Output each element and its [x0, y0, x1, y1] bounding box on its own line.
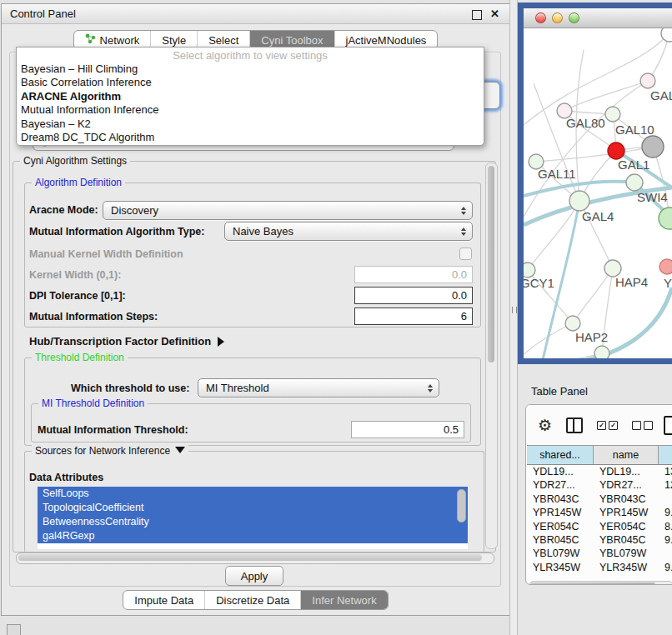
mi-threshold-label: Mutual Information Threshold:: [38, 424, 188, 436]
mi-threshold-field[interactable]: 0.5: [351, 421, 464, 438]
manual-kernel-checkbox[interactable]: [459, 248, 472, 260]
table-cell: YBR045C: [594, 533, 659, 547]
which-threshold-value: MI Threshold: [206, 382, 269, 394]
close-icon[interactable]: ✕: [490, 8, 499, 20]
apply-button[interactable]: Apply: [225, 566, 283, 586]
splitter-handle[interactable]: [512, 307, 517, 313]
settings-horizontal-scrollbar[interactable]: [16, 552, 494, 564]
algorithm-option-mutual-information-inference[interactable]: Mutual Information Inference: [17, 103, 484, 117]
table-row[interactable]: YDL19...YDL19...13: [527, 465, 672, 478]
combo-arrows-icon: [428, 384, 433, 392]
tab-jactivemnodules-label: jActiveMNodules: [346, 34, 427, 47]
close-traffic-light-icon[interactable]: [535, 12, 546, 23]
attribute-item-betweennesscentrality[interactable]: BetweennessCentrality: [38, 515, 468, 529]
document-icon[interactable]: [664, 416, 672, 435]
table-cell: 8.: [659, 520, 672, 533]
network-node-gal1[interactable]: [608, 142, 624, 159]
mi-steps-field[interactable]: 6: [354, 308, 473, 325]
network-node-gal4[interactable]: [569, 191, 589, 211]
mi-type-combo[interactable]: Naive Bayes: [224, 222, 473, 241]
tab-infer-network[interactable]: Infer Network: [300, 591, 387, 609]
mi-steps-value: 6: [461, 310, 467, 322]
cyni-bottom-tabbar: Impute DataDiscretize DataInfer Network: [2, 590, 509, 610]
table-row[interactable]: YBL079WYBL079W: [527, 547, 672, 560]
network-window-titlebar[interactable]: [524, 8, 672, 28]
algorithm-popup-placeholder: Select algorithm to view settings: [17, 49, 484, 62]
network-node[interactable]: [594, 346, 609, 358]
algorithm-dropdown-popup: Select algorithm to view settings Bayesi…: [16, 47, 484, 146]
panel-divider[interactable]: [509, 0, 518, 635]
float-window-icon[interactable]: [472, 10, 482, 20]
tab-discretize-data[interactable]: Discretize Data: [204, 591, 300, 609]
gear-icon[interactable]: ⚙: [538, 418, 552, 433]
which-threshold-combo[interactable]: MI Threshold: [198, 378, 439, 398]
column-header-col2[interactable]: [659, 446, 672, 464]
algorithm-option-dream8-dc-tdc-algorithm[interactable]: Dream8 DC_TDC Algorithm: [17, 131, 484, 144]
hub-tf-definition-label: Hub/Transcription Factor Definition: [29, 335, 211, 348]
aracne-mode-value: Discovery: [111, 204, 158, 217]
algorithm-option-basic-correlation-inference[interactable]: Basic Correlation Inference: [17, 76, 484, 89]
network-node-swi4[interactable]: [626, 174, 643, 191]
algorithm-option-aracne-algorithm[interactable]: ARACNE Algorithm: [17, 90, 484, 103]
attribute-item-gal4rgexp[interactable]: gal4RGexp: [38, 529, 468, 543]
table-cell: 9.: [659, 561, 672, 572]
table-row[interactable]: YBR043CYBR043C: [527, 492, 672, 506]
column-header-name[interactable]: name: [594, 446, 659, 464]
combo-arrows-icon: [461, 207, 466, 215]
network-node-gal10[interactable]: [605, 107, 620, 122]
minimize-traffic-light-icon[interactable]: [552, 12, 563, 23]
algorithm-definition-title: Algorithm Definition: [32, 177, 125, 189]
table-cell: YER054C: [527, 520, 594, 533]
control-panel: Control Panel ✕ NetworkStyleSelectCyni T…: [1, 3, 510, 616]
application-root: Control Panel ✕ NetworkStyleSelectCyni T…: [0, 0, 672, 635]
network-node-label: Y: [664, 276, 672, 290]
aracne-mode-combo[interactable]: Discovery: [103, 201, 473, 220]
column-layout-icon[interactable]: [566, 418, 583, 433]
deselect-all-icon[interactable]: [632, 421, 653, 430]
table-row[interactable]: YBR045CYBR045C9.: [527, 533, 672, 547]
select-all-icon[interactable]: ✓✓: [597, 421, 618, 430]
table-cell: [659, 547, 672, 560]
hub-tf-definition-toggle[interactable]: Hub/Transcription Factor Definition: [29, 335, 224, 348]
tab-network-label: Network: [100, 34, 140, 47]
attributes-list-scrollbar[interactable]: [457, 489, 466, 522]
table-cell: YBR043C: [527, 492, 594, 506]
network-icon: [85, 33, 96, 47]
table-cell: YDR27...: [594, 478, 659, 492]
column-header-shared[interactable]: shared...: [527, 446, 594, 464]
network-node[interactable]: [659, 208, 672, 229]
kernel-width-label: Kernel Width (0,1):: [29, 269, 121, 281]
data-attributes-list[interactable]: SelfLoopsTopologicalCoefficientBetweenne…: [38, 487, 468, 549]
network-canvas[interactable]: GALGAL80GAL10GAL1GAL11SWI4GAL4GCY1HAP4YH…: [524, 28, 672, 358]
tab-select-label: Select: [208, 34, 238, 47]
kernel-width-field[interactable]: 0.0: [354, 266, 473, 283]
table-cell: YLR345W: [527, 561, 594, 572]
dpi-tolerance-value: 0.0: [452, 289, 467, 302]
cyni-algorithm-settings-title: Cyni Algorithm Settings: [20, 155, 130, 168]
network-node-y[interactable]: [659, 259, 672, 274]
network-edge[interactable]: [573, 268, 613, 323]
sources-title-label: Sources for Network Inference: [35, 445, 170, 457]
zoom-traffic-light-icon[interactable]: [569, 12, 579, 23]
attribute-item-topologicalcoefficient[interactable]: TopologicalCoefficient: [38, 501, 468, 515]
table-row[interactable]: YPR145WYPR145W9.: [527, 506, 672, 519]
network-node-gal[interactable]: [640, 73, 655, 88]
network-node[interactable]: [642, 136, 664, 158]
dpi-tolerance-field[interactable]: 0.0: [354, 287, 473, 304]
table-row[interactable]: YLR345WYLR345W9.: [527, 561, 672, 572]
sources-title[interactable]: Sources for Network Inference: [32, 445, 188, 458]
settings-vertical-scrollbar[interactable]: [485, 162, 498, 549]
algorithm-option-bayesian-k2[interactable]: Bayesian – K2: [17, 118, 484, 131]
minimized-panel-icon[interactable]: [7, 624, 21, 635]
table-row[interactable]: YDR27...YDR27...12: [527, 478, 672, 492]
algorithm-option-bayesian-hill-climbing[interactable]: Bayesian – Hill Climbing: [17, 62, 484, 76]
table-horizontal-scrollbar[interactable]: [529, 581, 672, 585]
which-threshold-label: Which threshold to use:: [71, 382, 189, 394]
tab-impute-data[interactable]: Impute Data: [123, 591, 204, 609]
network-node-hap4[interactable]: [604, 260, 621, 277]
tab-infer-network-label: Infer Network: [312, 594, 376, 607]
network-node-hap2[interactable]: [565, 316, 580, 331]
network-node-label: GAL: [650, 88, 672, 102]
table-row[interactable]: YER054CYER054C8.: [527, 520, 672, 533]
attribute-item-selfloops[interactable]: SelfLoops: [38, 487, 468, 501]
